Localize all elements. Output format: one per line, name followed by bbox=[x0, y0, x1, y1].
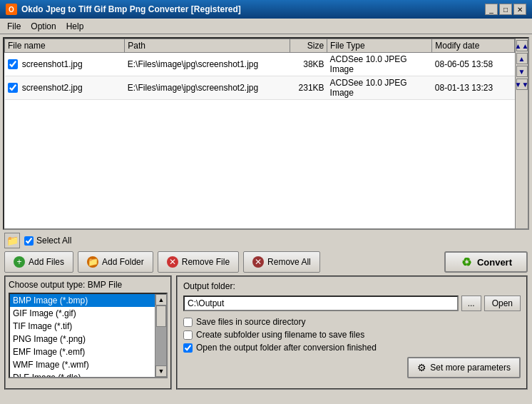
remove-all-label: Remove All bbox=[267, 257, 311, 267]
remove-all-icon: ✕ bbox=[252, 256, 264, 268]
output-list-item[interactable]: WMF Image (*.wmf) bbox=[10, 358, 155, 371]
output-list-container: BMP Image (*.bmp)GIF Image (*.gif)TIF Im… bbox=[9, 293, 168, 378]
add-files-icon: + bbox=[14, 256, 25, 268]
convert-label: Convert bbox=[477, 257, 512, 268]
add-folder-icon: 📁 bbox=[87, 256, 98, 268]
toolbar-row: 📁 Select All bbox=[3, 230, 529, 251]
file-name-cell: screenshot1.jpg bbox=[5, 53, 125, 76]
window-title: Okdo Jpeg to Tiff Gif Bmp Png Converter … bbox=[21, 4, 241, 14]
select-all-checkbox[interactable] bbox=[24, 236, 34, 246]
col-filename: File name bbox=[5, 39, 125, 53]
minimize-button[interactable]: _ bbox=[485, 4, 498, 15]
scroll-bottom-button[interactable]: ▼▼ bbox=[516, 79, 528, 90]
params-btn-label: Set more parameters bbox=[430, 363, 511, 373]
output-scroll-track bbox=[155, 305, 166, 365]
col-size: Size bbox=[290, 39, 327, 53]
window-controls: _ □ ✕ bbox=[485, 4, 526, 15]
menu-bar: File Option Help bbox=[0, 19, 532, 34]
file-size-cell: 231KB bbox=[290, 76, 327, 100]
scroll-up-button[interactable]: ▲ bbox=[516, 53, 528, 64]
file-list: File name Path Size File Type Modify dat… bbox=[4, 39, 515, 228]
output-folder-title: Output folder: bbox=[183, 281, 521, 291]
output-list-item[interactable]: EMF Image (*.emf) bbox=[10, 345, 155, 358]
maximize-button[interactable]: □ bbox=[499, 4, 512, 15]
file-path-cell: E:\Files\image\jpg\screenshot1.jpg bbox=[125, 53, 290, 76]
file-table: File name Path Size File Type Modify dat… bbox=[4, 39, 515, 100]
action-buttons: + Add Files 📁 Add Folder ✕ Remove File ✕… bbox=[3, 251, 529, 276]
set-params-button[interactable]: ⚙ Set more parameters bbox=[407, 357, 521, 378]
save-source-checkbox[interactable] bbox=[183, 318, 193, 327]
gear-icon: ⚙ bbox=[417, 362, 426, 373]
output-scroll-up[interactable]: ▲ bbox=[155, 294, 167, 305]
save-source-label: Save files in source directory bbox=[196, 317, 305, 327]
create-subfolder-label: Create subfolder using filename to save … bbox=[196, 330, 364, 340]
output-type-label: Choose output type: bbox=[9, 280, 85, 290]
file-checkbox-0[interactable] bbox=[8, 59, 18, 69]
file-type-cell: ACDSee 10.0 JPEG Image bbox=[327, 53, 432, 76]
open-after-label: Open the output folder after conversion … bbox=[196, 343, 377, 353]
col-filetype: File Type bbox=[327, 39, 432, 53]
file-path-cell: E:\Files\image\jpg\screenshot2.jpg bbox=[125, 76, 290, 100]
output-list-scrollbar: ▲ ▼ bbox=[155, 294, 166, 377]
menu-file[interactable]: File bbox=[3, 20, 25, 33]
folder-row: ... Open bbox=[183, 296, 521, 311]
file-name-text: screenshot1.jpg bbox=[22, 59, 83, 69]
menu-help[interactable]: Help bbox=[62, 20, 88, 33]
add-files-button[interactable]: + Add Files bbox=[4, 251, 73, 273]
save-source-row: Save files in source directory bbox=[183, 317, 521, 327]
bottom-section: Choose output type: BMP File BMP Image (… bbox=[3, 276, 529, 390]
file-date-cell: 08-01-13 13:23 bbox=[432, 76, 515, 100]
params-row: ⚙ Set more parameters bbox=[183, 357, 521, 378]
file-checkbox-1[interactable] bbox=[8, 83, 18, 93]
remove-all-button[interactable]: ✕ Remove All bbox=[243, 251, 320, 273]
convert-icon: ♻ bbox=[460, 256, 473, 268]
file-list-scrollbar: ▲▲ ▲ ▼ ▼▼ bbox=[515, 39, 528, 228]
output-list-item[interactable]: BMP Image (*.bmp) bbox=[10, 294, 155, 307]
output-scroll-thumb[interactable] bbox=[156, 305, 166, 327]
output-type-selected: BMP File bbox=[88, 280, 122, 290]
col-path: Path bbox=[125, 39, 290, 53]
title-bar: O Okdo Jpeg to Tiff Gif Bmp Png Converte… bbox=[0, 0, 532, 19]
remove-file-button[interactable]: ✕ Remove File bbox=[158, 251, 239, 273]
table-row: screenshot2.jpg E:\Files\image\jpg\scree… bbox=[5, 76, 515, 100]
output-type-panel: Choose output type: BMP File BMP Image (… bbox=[4, 276, 172, 390]
table-row: screenshot1.jpg E:\Files\image\jpg\scree… bbox=[5, 53, 515, 76]
scroll-down-button[interactable]: ▼ bbox=[516, 66, 528, 77]
file-name-cell: screenshot2.jpg bbox=[5, 76, 125, 100]
file-list-container: File name Path Size File Type Modify dat… bbox=[3, 37, 529, 230]
output-scroll-down[interactable]: ▼ bbox=[155, 365, 167, 377]
file-type-cell: ACDSee 10.0 JPEG Image bbox=[327, 76, 432, 100]
open-after-row: Open the output folder after conversion … bbox=[183, 343, 521, 353]
open-after-checkbox[interactable] bbox=[183, 343, 193, 353]
output-list-item[interactable]: PNG Image (*.png) bbox=[10, 333, 155, 345]
add-files-label: Add Files bbox=[29, 257, 64, 267]
add-folder-label: Add Folder bbox=[102, 257, 144, 267]
create-subfolder-checkbox[interactable] bbox=[183, 330, 193, 340]
file-date-cell: 08-06-05 13:58 bbox=[432, 53, 515, 76]
col-date: Modify date bbox=[432, 39, 515, 53]
browse-folder-button[interactable]: 📁 bbox=[4, 233, 20, 248]
output-type-title: Choose output type: BMP File bbox=[9, 280, 168, 290]
file-size-cell: 38KB bbox=[290, 53, 327, 76]
convert-button[interactable]: ♻ Convert bbox=[444, 251, 528, 273]
output-list: BMP Image (*.bmp)GIF Image (*.gif)TIF Im… bbox=[10, 294, 155, 377]
output-folder-panel: Output folder: ... Open Save files in so… bbox=[176, 276, 528, 390]
menu-option[interactable]: Option bbox=[26, 20, 60, 33]
close-button[interactable]: ✕ bbox=[513, 4, 526, 15]
file-name-text: screenshot2.jpg bbox=[22, 83, 83, 93]
output-list-item[interactable]: TIF Image (*.tif) bbox=[10, 320, 155, 333]
main-content: File name Path Size File Type Modify dat… bbox=[0, 34, 532, 404]
add-folder-button[interactable]: 📁 Add Folder bbox=[78, 251, 153, 273]
remove-file-label: Remove File bbox=[182, 257, 230, 267]
output-path-input[interactable] bbox=[183, 296, 459, 311]
app-icon: O bbox=[6, 4, 17, 15]
output-list-item[interactable]: DLE Image (*.dle) bbox=[10, 371, 155, 377]
output-list-item[interactable]: GIF Image (*.gif) bbox=[10, 307, 155, 320]
select-all-text: Select All bbox=[36, 236, 71, 246]
remove-file-icon: ✕ bbox=[167, 256, 178, 268]
browse-output-button[interactable]: ... bbox=[461, 296, 481, 311]
open-folder-button[interactable]: Open bbox=[484, 296, 521, 311]
select-all-label[interactable]: Select All bbox=[24, 236, 71, 246]
create-subfolder-row: Create subfolder using filename to save … bbox=[183, 330, 521, 340]
scroll-top-button[interactable]: ▲▲ bbox=[516, 40, 528, 51]
